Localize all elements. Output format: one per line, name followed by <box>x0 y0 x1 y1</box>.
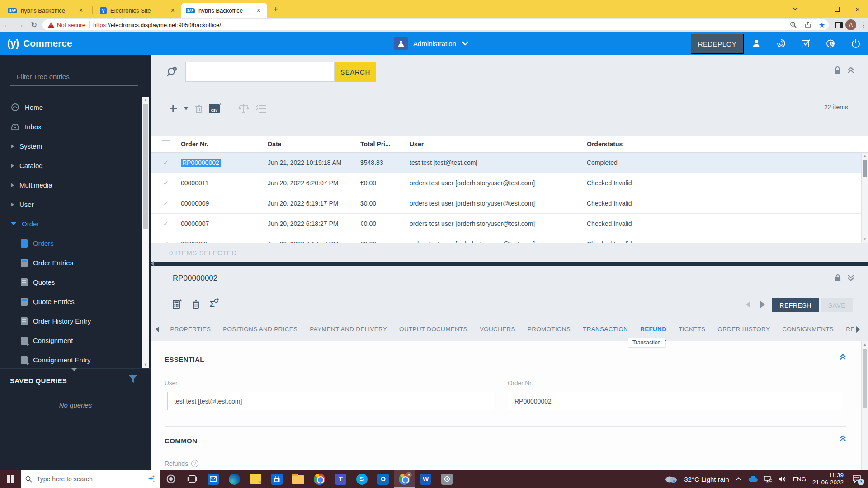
tab-related-clipped[interactable]: RELA <box>846 318 854 341</box>
column-header[interactable]: Order Nr. <box>181 141 268 148</box>
tab-order-history[interactable]: ORDER HISTORY <box>717 318 770 341</box>
skype-icon[interactable]: S <box>351 470 373 488</box>
file-explorer-icon[interactable] <box>288 470 309 488</box>
table-row[interactable]: ✓ 00000009 Jun 20, 2022 6:19:17 PM $0.00… <box>151 193 868 214</box>
row-check-icon[interactable]: ✓ <box>151 179 181 187</box>
sidebar-item-order[interactable]: Order <box>0 214 141 234</box>
start-button[interactable] <box>0 470 21 488</box>
chrome-active-icon[interactable]: A <box>394 470 415 488</box>
tab-positions-and-prices[interactable]: POSITIONS AND PRICES <box>223 318 297 341</box>
search-input[interactable] <box>185 62 335 82</box>
language-indicator[interactable]: ENG <box>793 476 806 483</box>
taskbar-search[interactable]: Type here to search <box>21 470 160 488</box>
reload-icon[interactable]: ↻ <box>27 20 41 30</box>
network-icon[interactable] <box>764 476 772 483</box>
add-dropdown-caret-icon[interactable] <box>184 107 189 110</box>
volume-icon[interactable] <box>778 476 787 483</box>
logout-power-icon[interactable] <box>843 38 868 48</box>
scrollbar-thumb[interactable] <box>143 104 148 229</box>
recalculate-icon[interactable] <box>173 299 182 309</box>
redeploy-button[interactable]: REDEPLOY <box>691 34 744 54</box>
sidebar-item-home[interactable]: Home <box>0 98 141 117</box>
cortana-icon[interactable] <box>160 470 181 488</box>
export-csv-icon[interactable]: CSV <box>209 104 220 113</box>
restore-button[interactable] <box>826 0 847 18</box>
column-header[interactable]: Orderstatus <box>587 141 868 148</box>
sidebar-item-consignment-entry[interactable]: Consignment Entry <box>0 350 141 370</box>
sidebar-item-quote-entries[interactable]: Quote Entries <box>0 292 141 311</box>
browser-tab-2[interactable]: y Electronics Site × <box>95 3 181 18</box>
tab-close-icon[interactable]: × <box>77 6 85 14</box>
scroll-up-icon[interactable]: ▲ <box>862 343 868 347</box>
tab-output-documents[interactable]: OUTPUT DOCUMENTS <box>399 318 467 341</box>
mail-icon[interactable] <box>203 470 224 488</box>
column-header[interactable]: Total Pri... <box>360 141 410 148</box>
sidebar-item-system[interactable]: System <box>0 136 141 156</box>
word-icon[interactable]: W <box>415 470 436 488</box>
sidebar-item-order-history-entry[interactable]: Order History Entry <box>0 311 141 331</box>
tab-payment-and-delivery[interactable]: PAYMENT AND DELIVERY <box>310 318 387 341</box>
tab-promotions[interactable]: PROMOTIONS <box>528 318 571 341</box>
scroll-down-icon[interactable]: ▼ <box>862 237 868 241</box>
previous-item-icon[interactable] <box>746 301 750 308</box>
panel-collapse-icon[interactable] <box>151 261 154 266</box>
close-window-button[interactable]: × <box>847 0 868 18</box>
sidebar-item-inbox[interactable]: Inbox <box>0 117 141 136</box>
side-panel-icon[interactable] <box>835 22 843 28</box>
onedrive-icon[interactable] <box>748 476 758 482</box>
sidebar-item-consignment[interactable]: Consignment <box>0 331 141 350</box>
sidebar-item-user[interactable]: User <box>0 195 141 214</box>
search-highlights-icon[interactable] <box>146 474 156 483</box>
table-row-partial[interactable]: ✓ 00000005 Jun 20, 2022 6:17:57 PM €0.00… <box>151 234 868 243</box>
browser-tab-1[interactable]: SAP hybris Backoffice × <box>4 3 90 18</box>
tab-tickets[interactable]: TICKETS <box>679 318 705 341</box>
edge-icon[interactable] <box>224 470 245 488</box>
expand-panel-chevrons-icon[interactable] <box>847 274 854 281</box>
tab-consignments[interactable]: CONSIGNMENTS <box>782 318 834 341</box>
collapse-section-icon[interactable] <box>840 435 846 441</box>
minimize-button[interactable]: — <box>806 0 826 18</box>
teams-icon[interactable]: T <box>330 470 351 488</box>
tab-close-icon[interactable]: × <box>255 6 263 14</box>
taskbar-clock[interactable]: 11:39 21-06-2022 <box>812 472 844 486</box>
table-row[interactable]: ✓ RP00000002 Jun 21, 2022 10:19:18 AM $5… <box>151 153 868 173</box>
lock-icon[interactable] <box>834 66 841 74</box>
task-view-icon[interactable] <box>181 470 203 488</box>
weather-icon[interactable] <box>664 474 678 484</box>
scroll-up-icon[interactable]: ▲ <box>142 97 149 103</box>
table-row[interactable]: ✓ 00000011 Jun 20, 2022 6:20:07 PM €0.00… <box>151 173 868 193</box>
scrollbar-thumb[interactable] <box>863 349 867 408</box>
share-icon[interactable] <box>804 21 811 28</box>
lock-icon[interactable] <box>835 274 841 282</box>
sidebar-scrollbar[interactable]: ▲ ▼ <box>142 97 149 368</box>
tab-close-icon[interactable]: × <box>169 6 177 14</box>
user-account-icon[interactable] <box>744 38 769 48</box>
user-field-input[interactable] <box>167 392 494 410</box>
chrome-icon[interactable] <box>309 470 330 488</box>
tab-transaction[interactable]: TRANSACTION <box>583 318 628 341</box>
row-check-icon[interactable]: ✓ <box>151 220 181 228</box>
search-button[interactable]: SEARCH <box>335 62 376 82</box>
action-center-icon[interactable]: 3 <box>850 472 863 486</box>
tabs-scroll-left-icon[interactable] <box>156 326 159 333</box>
profile-avatar[interactable]: A <box>845 19 856 30</box>
outlook-icon[interactable]: O <box>373 470 394 488</box>
row-check-icon[interactable]: ✓ <box>151 159 181 167</box>
delete-trash-icon[interactable] <box>192 300 200 309</box>
tabs-scroll-right-icon[interactable] <box>856 326 860 333</box>
collapse-panel-chevrons-icon[interactable] <box>847 67 854 74</box>
sidebar-item-order-entries[interactable]: Order Entries <box>0 253 141 272</box>
refresh-button[interactable]: REFRESH <box>772 298 819 312</box>
scroll-down-icon[interactable]: ▼ <box>142 361 149 368</box>
column-header[interactable]: User <box>410 141 587 148</box>
row-check-icon[interactable]: ✓ <box>151 199 181 207</box>
order-nr-cell-selected-text[interactable]: RP00000002 <box>181 159 221 167</box>
table-row[interactable]: ✓ 00000007 Jun 20, 2022 6:18:27 PM €0.00… <box>151 214 868 234</box>
panel-splitter[interactable] <box>151 262 868 266</box>
column-header[interactable]: Date <box>268 141 360 148</box>
sum-refresh-icon[interactable]: Σ <box>210 300 215 309</box>
sidebar-item-quotes[interactable]: Quotes <box>0 272 141 292</box>
tab-search-chevron-icon[interactable] <box>785 0 806 18</box>
help-icon[interactable]: ? <box>191 460 198 467</box>
sidebar-item-catalog[interactable]: Catalog <box>0 156 141 175</box>
